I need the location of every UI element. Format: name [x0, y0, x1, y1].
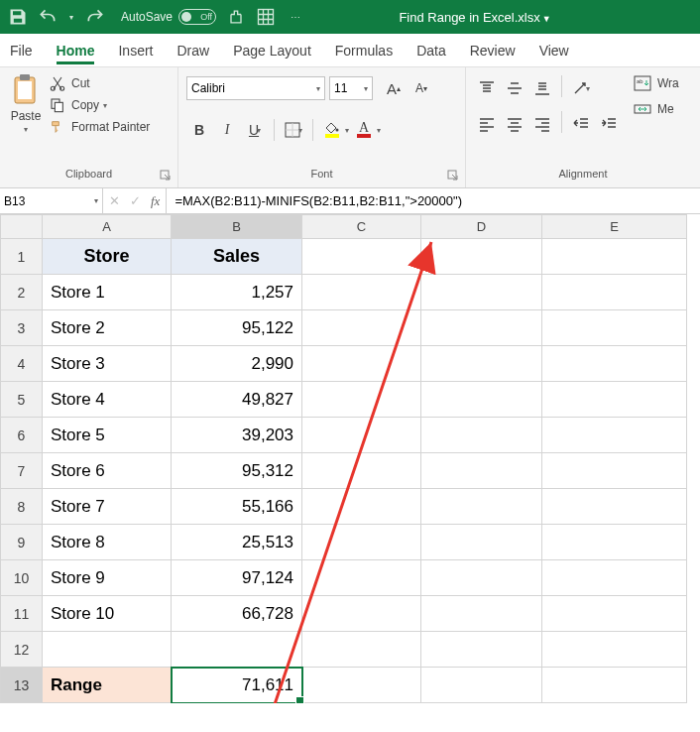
- bold-button[interactable]: B: [186, 117, 212, 143]
- cell[interactable]: [421, 525, 542, 560]
- cell[interactable]: [542, 525, 687, 560]
- cell[interactable]: 1,257: [172, 275, 302, 310]
- cell[interactable]: [542, 632, 687, 668]
- qat-overflow-icon[interactable]: ⋯: [286, 7, 305, 27]
- cell[interactable]: [421, 596, 542, 632]
- cell[interactable]: 97,124: [172, 560, 302, 596]
- cell[interactable]: [302, 453, 421, 489]
- cell[interactable]: [302, 632, 421, 668]
- row-header[interactable]: 7: [1, 453, 43, 489]
- cell[interactable]: [542, 560, 687, 596]
- fill-color-caret-icon[interactable]: ▾: [345, 126, 349, 135]
- paste-menu-caret-icon[interactable]: ▾: [24, 125, 28, 134]
- cell[interactable]: [542, 668, 687, 703]
- copy-menu-caret-icon[interactable]: ▾: [103, 101, 107, 110]
- formula-input[interactable]: =MAX(B2:B11)-MINIFS(B2:B11,B2:B11,">2000…: [167, 188, 700, 213]
- font-size-selector[interactable]: 11 ▾: [329, 76, 373, 100]
- tab-insert[interactable]: Insert: [118, 37, 153, 64]
- cell[interactable]: [542, 346, 687, 382]
- cell[interactable]: [542, 275, 687, 310]
- cell[interactable]: [421, 346, 542, 382]
- cell[interactable]: 66,728: [172, 596, 302, 632]
- wrap-text-button[interactable]: ab Wra: [634, 75, 679, 91]
- cell[interactable]: [421, 275, 542, 310]
- autosave-toggle[interactable]: AutoSave Off: [121, 9, 216, 25]
- cell[interactable]: [421, 382, 542, 418]
- tab-file[interactable]: File: [10, 37, 33, 64]
- col-header-e[interactable]: E: [542, 215, 687, 239]
- decrease-font-icon[interactable]: A▾: [408, 75, 434, 101]
- cell[interactable]: Store 1: [43, 275, 172, 310]
- col-header-d[interactable]: D: [421, 215, 542, 239]
- font-name-selector[interactable]: Calibri ▾: [186, 76, 325, 100]
- row-header[interactable]: 3: [1, 310, 43, 346]
- cell[interactable]: [302, 346, 421, 382]
- col-header-c[interactable]: C: [302, 215, 421, 239]
- row-header[interactable]: 9: [1, 525, 43, 560]
- cell[interactable]: [542, 418, 687, 453]
- cell[interactable]: [421, 632, 542, 668]
- row-header[interactable]: 6: [1, 418, 43, 453]
- share-icon[interactable]: [226, 7, 246, 27]
- tab-view[interactable]: View: [539, 37, 569, 64]
- cell[interactable]: [302, 489, 421, 525]
- cancel-formula-icon[interactable]: ✕: [109, 193, 120, 208]
- cell[interactable]: Store 9: [43, 560, 172, 596]
- row-header[interactable]: 8: [1, 489, 43, 525]
- cell[interactable]: Store 2: [43, 310, 172, 346]
- clipboard-launcher-icon[interactable]: [160, 170, 172, 182]
- borders-button[interactable]: ▾: [281, 117, 306, 143]
- tab-data[interactable]: Data: [416, 37, 446, 64]
- align-bottom-icon[interactable]: [529, 75, 555, 101]
- cell-selected[interactable]: 71,611: [172, 668, 302, 703]
- redo-icon[interactable]: [85, 7, 105, 27]
- cell[interactable]: 25,513: [172, 525, 302, 560]
- save-icon[interactable]: [8, 7, 28, 27]
- cell[interactable]: [421, 560, 542, 596]
- cell[interactable]: [43, 632, 172, 668]
- row-header[interactable]: 13: [1, 668, 43, 703]
- merge-center-button[interactable]: Me: [634, 101, 679, 117]
- cell[interactable]: Store 4: [43, 382, 172, 418]
- cell[interactable]: Store 5: [43, 418, 172, 453]
- cell[interactable]: [302, 596, 421, 632]
- align-left-icon[interactable]: [474, 111, 500, 137]
- cell[interactable]: [542, 382, 687, 418]
- cell[interactable]: [302, 310, 421, 346]
- cell[interactable]: [302, 239, 421, 275]
- cell[interactable]: [302, 418, 421, 453]
- cell[interactable]: 39,203: [172, 418, 302, 453]
- cell[interactable]: 2,990: [172, 346, 302, 382]
- enter-formula-icon[interactable]: ✓: [130, 193, 141, 208]
- format-painter-button[interactable]: Format Painter: [50, 119, 150, 135]
- cell[interactable]: [302, 275, 421, 310]
- fill-color-button[interactable]: [319, 117, 345, 143]
- paste-button[interactable]: Paste ▾: [8, 71, 44, 168]
- cell[interactable]: [542, 239, 687, 275]
- cell[interactable]: 49,827: [172, 382, 302, 418]
- undo-icon[interactable]: [38, 7, 58, 27]
- cell[interactable]: 95,312: [172, 453, 302, 489]
- cell[interactable]: [421, 418, 542, 453]
- select-all-corner[interactable]: [1, 215, 43, 239]
- cell[interactable]: Store: [43, 239, 172, 275]
- cell[interactable]: [421, 489, 542, 525]
- cell[interactable]: Sales: [172, 239, 302, 275]
- row-header[interactable]: 1: [1, 239, 43, 275]
- cell[interactable]: [302, 382, 421, 418]
- cell[interactable]: [542, 489, 687, 525]
- italic-button[interactable]: I: [214, 117, 240, 143]
- worksheet-grid[interactable]: A B C D E 1 Store Sales 2Store 11,2573St…: [0, 214, 700, 703]
- row-header[interactable]: 5: [1, 382, 43, 418]
- cell[interactable]: [542, 453, 687, 489]
- font-color-button[interactable]: A: [351, 117, 377, 143]
- col-header-a[interactable]: A: [43, 215, 172, 239]
- increase-font-icon[interactable]: A▴: [381, 75, 407, 101]
- increase-indent-icon[interactable]: [596, 111, 622, 137]
- font-color-caret-icon[interactable]: ▾: [377, 126, 381, 135]
- cell[interactable]: [302, 525, 421, 560]
- insert-function-icon[interactable]: fx: [151, 193, 160, 209]
- cell[interactable]: [421, 453, 542, 489]
- align-right-icon[interactable]: [529, 111, 555, 137]
- cell[interactable]: [172, 632, 302, 668]
